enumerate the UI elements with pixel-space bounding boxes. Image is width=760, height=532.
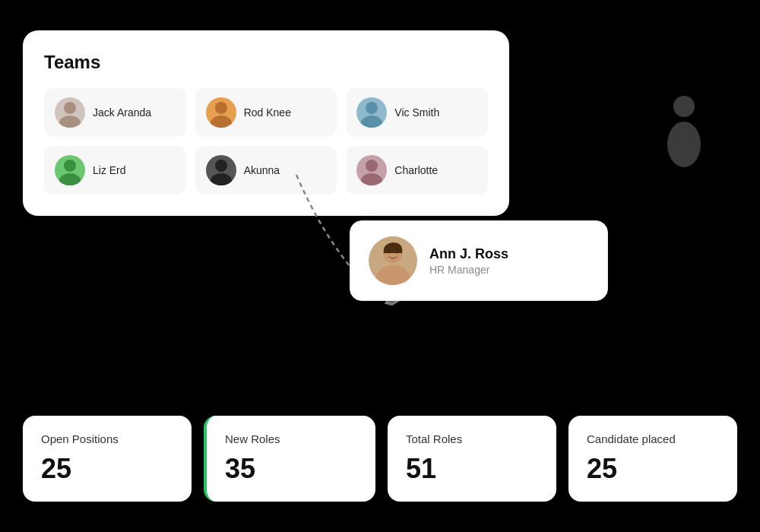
stat-card-new-roles: New Roles 35 — [204, 416, 375, 502]
svg-point-13 — [667, 122, 701, 167]
stat-label-open-positions: Open Positions — [41, 432, 173, 445]
stat-value-open-positions: 25 — [41, 453, 173, 485]
team-member-liz[interactable]: Liz Erd — [44, 146, 186, 195]
svg-point-8 — [215, 160, 227, 172]
svg-point-9 — [211, 173, 232, 185]
stat-card-total-roles: Total Roles 51 — [388, 416, 556, 502]
team-member-jack[interactable]: Jack Aranda — [44, 88, 186, 137]
stat-label-candidate-placed: Candidate placed — [587, 432, 719, 445]
svg-point-10 — [366, 160, 378, 172]
svg-point-2 — [215, 102, 227, 114]
member-name-liz: Liz Erd — [93, 164, 126, 176]
svg-point-7 — [59, 173, 81, 185]
svg-point-11 — [361, 173, 382, 185]
member-name-charlotte: Charlotte — [394, 164, 438, 176]
team-member-vic[interactable]: Vic Smith — [346, 88, 488, 137]
ann-card: Ann J. Ross HR Manager — [350, 220, 608, 301]
team-member-charlotte[interactable]: Charlotte — [346, 146, 488, 195]
ann-role: HR Manager — [429, 264, 508, 276]
svg-point-3 — [211, 116, 232, 128]
avatar-rod — [206, 97, 236, 128]
member-name-akunna: Akunna — [244, 164, 280, 176]
member-name-rod: Rod Knee — [244, 106, 291, 119]
svg-point-12 — [673, 96, 695, 117]
team-grid: Jack Aranda Rod Knee Vic — [44, 88, 488, 195]
stat-card-open-positions: Open Positions 25 — [23, 416, 192, 502]
svg-point-1 — [59, 116, 81, 128]
ann-name: Ann J. Ross — [429, 246, 508, 262]
ann-avatar — [369, 236, 417, 285]
member-name-vic: Vic Smith — [394, 106, 439, 119]
svg-point-6 — [64, 160, 76, 172]
member-name-jack: Jack Aranda — [93, 106, 151, 119]
stat-value-total-roles: 51 — [406, 453, 538, 485]
stat-value-candidate-placed: 25 — [587, 453, 719, 485]
svg-point-4 — [366, 102, 378, 114]
team-member-rod[interactable]: Rod Knee — [195, 88, 337, 137]
scene: Teams Jack Aranda R — [15, 15, 745, 517]
teams-title: Teams — [44, 52, 488, 73]
avatar-charlotte — [356, 155, 387, 185]
person-silhouette — [661, 91, 707, 170]
svg-point-0 — [64, 102, 76, 114]
avatar-jack — [55, 97, 85, 128]
stat-label-new-roles: New Roles — [225, 432, 357, 445]
svg-point-17 — [376, 265, 410, 285]
ann-info: Ann J. Ross HR Manager — [429, 246, 508, 276]
stat-card-candidate-placed: Candidate placed 25 — [568, 416, 737, 502]
svg-point-5 — [361, 116, 382, 128]
avatar-vic — [356, 97, 387, 128]
stat-label-total-roles: Total Roles — [406, 432, 538, 445]
teams-card: Teams Jack Aranda R — [23, 30, 509, 216]
stats-row: Open Positions 25 New Roles 35 Total Rol… — [23, 416, 737, 502]
team-member-akunna[interactable]: Akunna — [195, 146, 337, 195]
avatar-liz — [55, 155, 85, 185]
stat-value-new-roles: 35 — [225, 453, 357, 485]
avatar-akunna — [206, 155, 236, 185]
